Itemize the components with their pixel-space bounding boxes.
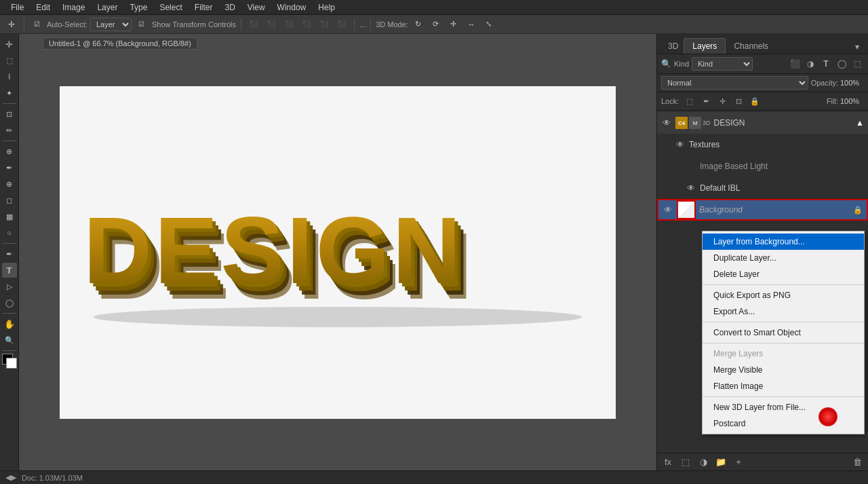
- canvas-area[interactable]: Untitled-1 @ 66.7% (Background, RGB/8#): [19, 34, 656, 470]
- clone-tool[interactable]: ⊕: [2, 176, 17, 191]
- align-bottom-icon[interactable]: ⬛: [334, 17, 349, 32]
- ctx-sep-3: [703, 343, 864, 343]
- layer-name-background: Background: [699, 205, 850, 215]
- shape-tool[interactable]: ◯: [2, 295, 17, 310]
- dodge-tool[interactable]: ○: [2, 225, 17, 240]
- 3d-pan-icon[interactable]: ✛: [446, 17, 461, 32]
- 3d-roll-icon[interactable]: ⟳: [429, 17, 443, 32]
- layer-item-ibl[interactable]: Image Based Light: [682, 155, 868, 177]
- foreground-color[interactable]: [2, 354, 17, 369]
- layer-eye-default-ibl[interactable]: 👁: [686, 183, 696, 193]
- status-arrows[interactable]: ◀▶: [5, 473, 16, 482]
- shape-filter-icon[interactable]: ◯: [835, 57, 848, 71]
- 3d-rotate-icon[interactable]: ↻: [411, 17, 426, 32]
- add-layer-style-btn[interactable]: fx: [661, 455, 675, 469]
- layer-eye-ibl[interactable]: [686, 161, 696, 172]
- ctx-export-as[interactable]: Export As...: [703, 303, 864, 320]
- toolbar-sep-1: [24, 18, 24, 31]
- 3d-scale-icon[interactable]: ⤡: [481, 17, 496, 32]
- blend-mode-dropdown[interactable]: Normal Multiply Screen: [661, 76, 808, 90]
- document-title-tab[interactable]: Untitled-1 @ 66.7% (Background, RGB/8#): [43, 37, 197, 50]
- menu-file[interactable]: File: [5, 1, 29, 14]
- gradient-tool[interactable]: ▦: [2, 209, 17, 224]
- svg-text:DESIGN: DESIGN: [83, 197, 464, 303]
- fill-label: Fill:: [827, 97, 838, 105]
- menu-select[interactable]: Select: [154, 1, 187, 14]
- menu-layer[interactable]: Layer: [92, 1, 123, 14]
- ctx-merge-visible[interactable]: Merge Visible: [703, 362, 864, 378]
- lock-artboard-btn[interactable]: ⊡: [732, 94, 745, 108]
- align-right-icon[interactable]: ⬛: [281, 17, 296, 32]
- menu-3d[interactable]: 3D: [219, 1, 240, 14]
- menu-view[interactable]: View: [242, 1, 271, 14]
- tab-3d[interactable]: 3D: [663, 39, 684, 54]
- lock-position-btn[interactable]: ✛: [715, 94, 729, 108]
- eraser-tool[interactable]: ◻: [2, 193, 17, 208]
- magic-wand-tool[interactable]: ✦: [2, 86, 17, 100]
- marquee-tool[interactable]: ⬚: [2, 53, 17, 68]
- layer-name-textures: Textures: [689, 140, 864, 149]
- type-filter-icon[interactable]: T: [819, 57, 833, 71]
- type-tool[interactable]: T: [2, 263, 17, 278]
- tab-channels[interactable]: Channels: [726, 39, 776, 54]
- tab-layers[interactable]: Layers: [684, 38, 726, 54]
- opacity-value[interactable]: 100%: [840, 79, 864, 87]
- opacity-row: Opacity: 100%: [811, 79, 864, 87]
- lock-transparent-btn[interactable]: ⬚: [683, 94, 696, 108]
- align-center-v-icon[interactable]: ⬛: [317, 17, 332, 32]
- brush-tool[interactable]: ✒: [2, 160, 17, 175]
- show-transform-checkbox[interactable]: ☑: [134, 17, 149, 32]
- smart-filter-icon[interactable]: ⬚: [850, 57, 864, 71]
- path-selection-tool[interactable]: ▷: [2, 279, 17, 294]
- menu-image[interactable]: Image: [57, 1, 90, 14]
- hand-tool[interactable]: ✋: [2, 316, 17, 331]
- menu-help[interactable]: Help: [313, 1, 340, 14]
- zoom-tool[interactable]: 🔍: [2, 333, 17, 348]
- move-tool[interactable]: ✛: [2, 37, 17, 52]
- delete-layer-btn[interactable]: 🗑: [850, 455, 864, 469]
- add-group-btn[interactable]: 📁: [714, 455, 728, 469]
- align-top-icon[interactable]: ⬛: [299, 17, 314, 32]
- layer-item-background[interactable]: 👁 Background 🔒: [657, 199, 868, 221]
- ctx-quick-export-png[interactable]: Quick Export as PNG: [703, 287, 864, 303]
- add-mask-btn[interactable]: ⬚: [679, 455, 692, 469]
- pen-tool[interactable]: ✒: [2, 246, 17, 261]
- auto-select-checkbox[interactable]: ☑: [29, 17, 44, 32]
- align-left-icon[interactable]: ⬛: [246, 17, 261, 32]
- ctx-layer-from-background[interactable]: Layer from Background...: [703, 234, 864, 250]
- layer-eye-design[interactable]: 👁: [661, 117, 672, 128]
- menu-window[interactable]: Window: [272, 1, 312, 14]
- lock-image-btn[interactable]: ✒: [699, 94, 713, 108]
- add-layer-btn[interactable]: +: [732, 455, 745, 469]
- ctx-delete-layer[interactable]: Delete Layer: [703, 266, 864, 282]
- layer-item-design-group[interactable]: 👁 C4 M 3D DESIGN ▲: [657, 112, 868, 134]
- align-center-h-icon[interactable]: ⬛: [264, 17, 279, 32]
- layer-eye-textures[interactable]: 👁: [675, 139, 686, 150]
- menu-type[interactable]: Type: [124, 1, 153, 14]
- kind-dropdown[interactable]: Kind Name Effect: [692, 57, 753, 71]
- adjust-filter-icon[interactable]: ◑: [804, 57, 817, 71]
- ctx-new-3d-layer[interactable]: New 3D Layer from File...: [703, 399, 864, 415]
- fill-value[interactable]: 100%: [840, 97, 864, 105]
- layer-collapse-design[interactable]: ▲: [856, 118, 864, 128]
- menu-filter[interactable]: Filter: [189, 1, 218, 14]
- eyedropper-tool[interactable]: ✏: [2, 123, 17, 138]
- layer-eye-background[interactable]: 👁: [663, 204, 673, 215]
- 3d-slide-icon[interactable]: ↔: [464, 17, 479, 32]
- ctx-flatten-image[interactable]: Flatten Image: [703, 378, 864, 394]
- ctx-postcard[interactable]: Postcard: [703, 415, 864, 432]
- ctx-convert-smart-object[interactable]: Convert to Smart Object: [703, 324, 864, 341]
- layer-item-textures[interactable]: 👁 Textures: [671, 134, 868, 155]
- auto-select-dropdown[interactable]: Layer Group: [90, 18, 132, 31]
- ctx-duplicate-layer[interactable]: Duplicate Layer...: [703, 250, 864, 266]
- layer-item-default-ibl[interactable]: 👁 Default IBL: [682, 177, 868, 199]
- move-tool-icon[interactable]: ✛: [4, 17, 19, 32]
- panel-expand-icon[interactable]: ▾: [852, 40, 863, 54]
- lasso-tool[interactable]: ⌇: [2, 69, 17, 84]
- menu-edit[interactable]: Edit: [31, 1, 56, 14]
- lock-all-btn[interactable]: 🔒: [748, 94, 762, 108]
- add-adjustment-btn[interactable]: ◑: [696, 455, 710, 469]
- pixel-filter-icon[interactable]: ⬛: [788, 57, 802, 71]
- healing-tool[interactable]: ⊕: [2, 144, 17, 159]
- crop-tool[interactable]: ⊡: [2, 107, 17, 122]
